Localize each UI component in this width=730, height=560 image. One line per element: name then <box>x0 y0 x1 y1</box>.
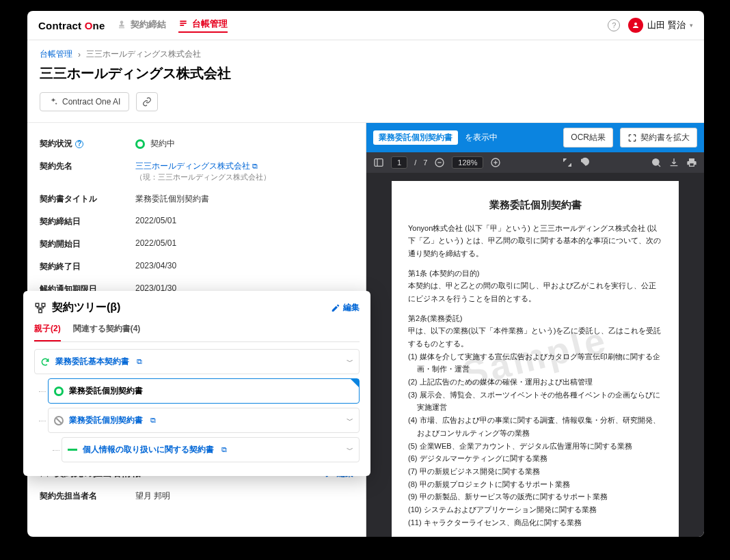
zoom-out-icon[interactable] <box>434 157 445 168</box>
field-label: 契約先名 <box>40 160 135 182</box>
viewer-pane: 業務委託個別契約書 を表示中 OCR結果 契約書を拡大 1 / 7 128% <box>366 123 704 537</box>
doc-list-item: (6) デジタルマーケティングに関する業務 <box>417 452 662 465</box>
auto-renew-icon <box>40 357 50 367</box>
contract-tree-panel: 契約ツリー(β) 編集 親子(2) 関連する契約書(4) 業務委託基本契約書 ⧉… <box>23 291 370 476</box>
tree-row-label: 業務委託個別契約書 <box>69 415 143 426</box>
doc-list-item: (1) 媒体を介して実施する宣伝広告およびカタログ等宣伝印刷物に関する企画・制作… <box>417 350 662 376</box>
viewer-suffix: を表示中 <box>465 132 498 143</box>
expand-button[interactable]: 契約書を拡大 <box>620 128 697 148</box>
breadcrumb-root[interactable]: 台帳管理 <box>40 48 72 60</box>
user-menu[interactable]: 山田 賢治 ▾ <box>628 18 693 33</box>
ai-button[interactable]: Contract One AI <box>40 92 129 111</box>
print-icon[interactable] <box>686 157 697 168</box>
tree-subtabs: 親子(2) 関連する契約書(4) <box>34 323 360 342</box>
help-badge-icon[interactable]: ? <box>75 140 83 148</box>
status-active-icon <box>135 139 145 149</box>
status-cancelled-icon <box>54 416 64 425</box>
field-value: 2023/04/30 <box>135 261 176 272</box>
tree-row-label: 業務委託基本契約書 <box>55 356 129 367</box>
edit-link-text: 編集 <box>343 302 360 313</box>
zoom-value[interactable]: 128% <box>452 156 483 169</box>
tree-row-label: 業務委託個別契約書 <box>69 385 143 397</box>
ocr-button[interactable]: OCR結果 <box>563 128 613 148</box>
tree-connector <box>53 450 59 451</box>
tab-contract-sign[interactable]: 契約締結 <box>117 18 166 33</box>
doc-title: 業務委託個別契約書 <box>408 196 662 214</box>
external-link-icon: ⧉ <box>137 357 142 366</box>
chevron-down-icon: ▾ <box>690 22 693 29</box>
fullscreen-icon[interactable] <box>562 157 573 168</box>
breadcrumb-current: 三三ホールディングス株式会社 <box>86 48 201 60</box>
party-link[interactable]: 三三ホールディングス株式会社⧉ <box>135 161 258 171</box>
tree-edit-link[interactable]: 編集 <box>331 302 360 313</box>
field-label: 契約状況 <box>40 139 72 148</box>
doc-list-item: (7) 甲の新規ビジネス開発に関する業務 <box>417 465 662 478</box>
sparkle-icon <box>49 97 58 107</box>
topbar: Contract One 契約締結 台帳管理 ? 山田 賢治 ▾ <box>27 11 704 40</box>
tree-row-label: 個人情報の取り扱いに関する契約書 <box>83 444 214 456</box>
chevron-down-icon[interactable]: ﹀ <box>347 357 353 367</box>
link-button[interactable] <box>136 92 158 111</box>
tree-icon <box>34 302 46 314</box>
tree-list: 業務委託基本契約書 ⧉ ﹀ 業務委託個別契約書 業務委託個別契約書 ⧉ ﹀ 個人… <box>34 349 360 462</box>
doc-article-h: 第2条(業務委託) <box>408 312 662 325</box>
doc-article-h: 第1条 (本契約の目的) <box>408 267 662 280</box>
doc-article-body: 本契約は、甲と乙との間の取引に関し、甲および乙がこれを実行し、公正にビジネスを行… <box>408 279 662 305</box>
chevron-down-icon[interactable]: ﹀ <box>347 416 353 425</box>
tab-label: 契約締結 <box>131 18 166 31</box>
field-label: 契約締結日 <box>40 216 135 227</box>
doc-list-item: (11) キャラクターライセンス、商品化に関する業務 <box>417 516 662 529</box>
pdf-viewport[interactable]: Sample 業務委託個別契約書 Yonyon株式会社 (以下「甲」という) と… <box>366 173 704 537</box>
doc-list-item: (5) 企業WEB、企業アカウント、デジタル広告運用等に関する業務 <box>417 440 662 453</box>
pencil-icon <box>331 303 340 313</box>
help-icon[interactable]: ? <box>608 19 620 31</box>
stamp-icon <box>117 20 126 29</box>
field-value: 2022/05/01 <box>135 238 176 250</box>
page-toolbar: Contract One AI <box>40 92 692 111</box>
pdf-page-1: Sample 業務委託個別契約書 Yonyon株式会社 (以下「甲」という) と… <box>392 181 679 537</box>
subtab-related[interactable]: 関連する契約書(4) <box>73 323 141 341</box>
user-name: 山田 賢治 <box>647 19 686 31</box>
topbar-right: ? 山田 賢治 ▾ <box>608 18 693 33</box>
tree-row[interactable]: 業務委託個別契約書 ⧉ ﹀ <box>48 408 360 433</box>
brand-text-left: Contract <box>38 20 85 31</box>
zoom-in-icon[interactable] <box>490 157 501 168</box>
search-icon[interactable] <box>651 157 662 168</box>
status-active-icon <box>54 387 64 396</box>
doc-intro: Yonyon株式会社 (以下「甲」という) と三三ホールディングス株式会社 (以… <box>408 222 662 260</box>
field-label: 契約終了日 <box>40 261 135 272</box>
field-value: 業務委託個別契約書 <box>135 193 209 205</box>
download-icon[interactable] <box>668 157 679 168</box>
rotate-icon[interactable] <box>580 157 591 168</box>
page-total: 7 <box>423 158 427 167</box>
tree-row-current[interactable]: 業務委託個別契約書 <box>48 378 360 404</box>
field-value: 望月 邦明 <box>135 490 170 502</box>
link-icon <box>142 97 152 107</box>
tree-connector <box>39 391 46 392</box>
breadcrumb: 台帳管理 › 三三ホールディングス株式会社 <box>40 48 692 60</box>
nav-tabs: 契約締結 台帳管理 <box>117 18 228 33</box>
sidebar-toggle-icon[interactable] <box>373 157 384 168</box>
ledger-icon <box>178 19 188 29</box>
tree-row-root[interactable]: 業務委託基本契約書 ⧉ ﹀ <box>34 349 360 374</box>
pdf-toolbar: 1 / 7 128% <box>366 152 704 173</box>
tab-label: 台帳管理 <box>192 18 228 30</box>
doc-list-item: (9) 甲の新製品、新サービス等の販売に関するサポート業務 <box>417 490 662 503</box>
svg-rect-1 <box>375 159 383 167</box>
doc-article-h: 第3条(再委託) <box>408 535 662 537</box>
tree-title: 契約ツリー(β) <box>52 300 120 315</box>
chevron-down-icon[interactable]: ﹀ <box>347 445 353 455</box>
tab-ledger[interactable]: 台帳管理 <box>178 18 228 33</box>
svg-rect-11 <box>42 303 45 307</box>
external-link-icon: ⧉ <box>252 162 258 170</box>
subtab-parent-child[interactable]: 親子(2) <box>34 323 61 341</box>
page-header: 台帳管理 › 三三ホールディングス株式会社 三三ホールディングス株式会社 Con… <box>27 40 704 123</box>
page-current[interactable]: 1 <box>391 156 407 169</box>
field-value: 2022/05/01 <box>135 216 176 227</box>
field-label: 契約先担当者名 <box>40 490 135 502</box>
tree-row[interactable]: 個人情報の取り扱いに関する契約書 ⧉ ﹀ <box>62 437 360 462</box>
expand-label: 契約書を拡大 <box>640 132 690 143</box>
expand-icon <box>627 133 637 143</box>
brand-logo: Contract One <box>38 20 105 31</box>
svg-line-9 <box>658 165 660 167</box>
